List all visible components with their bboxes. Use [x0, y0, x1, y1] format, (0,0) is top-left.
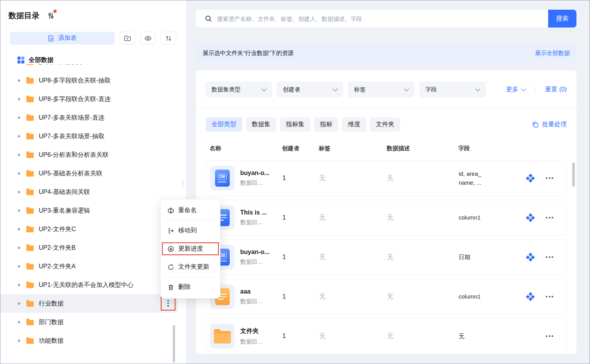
sidebar-folder-clipped[interactable]: 多表关联场景测试 — [0, 64, 178, 71]
folder-icon — [26, 153, 34, 158]
sidebar-folder[interactable]: 功能数据 — [0, 331, 178, 350]
tab-folder[interactable]: 文件夹 — [370, 117, 400, 132]
chevron-right-icon[interactable] — [18, 265, 21, 268]
sidebar-folder[interactable]: UP8-多字段联合关联-抽取 — [0, 71, 178, 90]
chevron-right-icon[interactable] — [18, 172, 21, 175]
sidebar-folder[interactable]: UP3-重名兼容逻辑 — [0, 201, 178, 220]
chevron-right-icon[interactable] — [18, 339, 21, 342]
folder-label: UP6-分析表和分析表关联 — [39, 151, 108, 159]
chevron-right-icon[interactable] — [18, 283, 21, 287]
menu-item-rename[interactable]: 重命名 — [161, 201, 220, 220]
divider — [535, 86, 535, 93]
dataset-type-dropdown[interactable]: 数据集类型 — [206, 82, 272, 97]
dropdown-label: 字段 — [425, 86, 437, 93]
tab-dataset[interactable]: 数据集 — [246, 117, 276, 132]
sidebar-folder[interactable]: UP7-多表关联场景-抽取 — [0, 127, 178, 146]
tab-dimension[interactable]: 维度 — [342, 117, 366, 132]
sidebar-folder[interactable]: UP4-基础表间关联 — [0, 183, 178, 201]
table-row[interactable]: DB buyan-o... 数据目... 1 无 无 id, area_ nam… — [206, 160, 567, 196]
panel-resize-handle[interactable] — [182, 181, 183, 187]
reset-filters-link[interactable]: 重置 (0) — [545, 86, 567, 94]
row-more-button[interactable] — [545, 175, 566, 181]
sidebar-folder[interactable]: UP5-基础表分析表关联 — [0, 164, 178, 183]
diamond-icon[interactable] — [526, 253, 534, 261]
sidebar-folder[interactable]: UP2-文件夹C — [0, 220, 178, 239]
dropdown-label: 创建者 — [283, 86, 300, 93]
sidebar-folder[interactable]: UP6-分析表和分析表关联 — [0, 146, 178, 164]
more-filters-link[interactable]: 更多 — [506, 86, 525, 94]
table-row[interactable]: 文件夹 数据目... 1 无 无 无 — [206, 318, 567, 354]
row-more-button[interactable] — [545, 215, 566, 221]
sidebar-folder[interactable]: UP8-多字段联合关联-直连 — [0, 90, 178, 108]
row-more-button[interactable] — [545, 294, 566, 300]
asset-subtitle: 数据目... — [240, 219, 267, 226]
asset-subtitle: 数据目... — [240, 258, 270, 266]
header-fields: 字段 — [458, 145, 526, 152]
diamond-icon[interactable] — [526, 174, 534, 182]
batch-process-button[interactable]: 批量处理 — [532, 120, 567, 129]
sidebar-folder[interactable]: UP2-文件夹B — [0, 239, 178, 257]
tag-cell: 无 — [319, 174, 387, 182]
catalog-settings-button[interactable] — [46, 12, 55, 20]
sidebar-folder[interactable]: 部门数据 — [0, 313, 178, 331]
tab-metric[interactable]: 指标 — [314, 117, 338, 132]
visibility-button[interactable] — [140, 32, 156, 45]
sort-button[interactable] — [161, 32, 176, 45]
chevron-right-icon[interactable] — [18, 321, 21, 324]
list-scrollbar[interactable] — [572, 163, 575, 187]
sidebar-scrollbar[interactable] — [173, 325, 175, 362]
chevron-right-icon[interactable] — [18, 116, 21, 119]
folder-context-menu: 重命名 移动到 更新进度 文件夹更新 — [160, 199, 220, 299]
grid-icon — [17, 57, 24, 64]
sidebar-folder[interactable]: UP7-多表关联场景-直连 — [0, 108, 178, 127]
tab-metric-set[interactable]: 指标集 — [280, 117, 310, 132]
folder-icon — [26, 246, 34, 251]
sidebar-folder[interactable]: UP2-文件夹A — [0, 257, 178, 276]
folder-label: UP2-文件夹C — [39, 225, 76, 234]
chevron-right-icon[interactable] — [18, 209, 21, 212]
creator-cell: 1 — [282, 293, 319, 300]
page-title: 数据目录 — [9, 10, 40, 21]
row-more-button[interactable] — [545, 254, 566, 260]
table-row[interactable]: aaa 数据目... 1 无 无 column1 — [206, 279, 567, 314]
chevron-right-icon[interactable] — [18, 98, 21, 101]
table-row[interactable]: This is ... 数据目... 1 无 无 column1 — [206, 200, 567, 235]
chevron-right-icon[interactable] — [18, 153, 21, 156]
batch-icon — [532, 121, 539, 128]
tab-all-types[interactable]: 全部类型 — [206, 117, 242, 132]
search-icon — [205, 15, 212, 22]
chevron-right-icon[interactable] — [18, 135, 21, 138]
diamond-icon[interactable] — [526, 293, 534, 300]
sliders-icon — [47, 12, 55, 20]
new-folder-button[interactable] — [120, 32, 135, 45]
add-table-button[interactable]: 添加表 — [10, 32, 115, 45]
menu-item-folder-refresh[interactable]: 文件夹更新 — [161, 258, 220, 276]
chevron-right-icon[interactable] — [18, 246, 21, 249]
row-more-button[interactable] — [545, 333, 566, 339]
batch-label: 批量处理 — [542, 120, 567, 129]
diamond-icon[interactable] — [526, 214, 534, 221]
fields-cell: id, area_ name, ... — [459, 169, 526, 187]
search-input[interactable] — [212, 15, 548, 22]
folder-icon — [26, 78, 34, 84]
table-row[interactable]: DB buyan-o... 数据目... 1 无 无 日期 — [206, 239, 567, 275]
sidebar-folder-selected[interactable]: 行业数据 — [0, 294, 178, 313]
all-data-label: 全部数据 — [29, 56, 53, 64]
chevron-right-icon[interactable] — [18, 228, 21, 231]
tag-dropdown[interactable]: 标签 — [348, 82, 414, 97]
menu-item-move-to[interactable]: 移动到 — [161, 221, 220, 240]
sidebar-folder[interactable]: UP1-无关联的表不会加入模型中心 — [0, 276, 178, 294]
asset-name: This is ... — [240, 209, 267, 216]
show-all-data-link[interactable]: 展示全部数据 — [535, 50, 570, 57]
menu-item-label: 删除 — [178, 283, 191, 291]
search-button[interactable]: 搜索 — [548, 10, 576, 27]
field-dropdown[interactable]: 字段 — [420, 82, 485, 97]
chevron-right-icon[interactable] — [18, 302, 21, 305]
menu-item-delete[interactable]: 删除 — [161, 278, 220, 296]
chevron-right-icon[interactable] — [18, 79, 21, 82]
sidebar-item-all-data[interactable]: 全部数据 — [17, 56, 172, 64]
menu-item-update-progress[interactable]: 更新进度 — [162, 242, 219, 255]
eye-icon — [144, 34, 152, 42]
chevron-right-icon[interactable] — [18, 191, 21, 194]
creator-dropdown[interactable]: 创建者 — [277, 82, 343, 97]
